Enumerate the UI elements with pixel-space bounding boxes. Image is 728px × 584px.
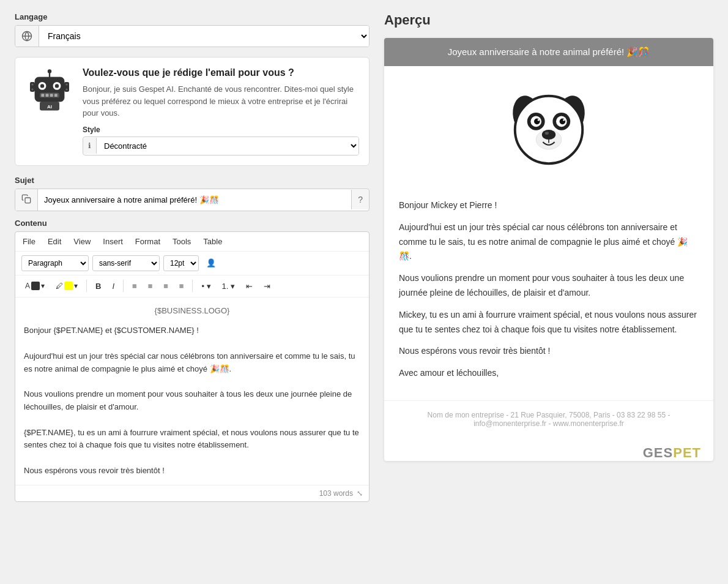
main-container: Langage Français English Español Deutsch <box>0 0 728 584</box>
editor-wrapper: File Edit View Insert Format Tools Table… <box>15 231 370 502</box>
divider-2 <box>123 280 124 292</box>
editor-line-1: Bonjour {$PET.NAME} et {$CUSTOMER.NAME} … <box>24 324 360 337</box>
svg-point-12 <box>48 69 51 73</box>
preview-card: Joyeux anniversaire à notre animal préfé… <box>384 38 713 461</box>
preview-para-5: Avec amour et léchouilles, <box>399 366 699 381</box>
highlight-color-swatch <box>64 282 73 290</box>
sujet-section: Sujet ? <box>15 176 370 211</box>
font-color-btn[interactable]: A ▾ <box>21 279 48 293</box>
size-select[interactable]: 12pt 10pt 14pt 16pt <box>163 255 199 271</box>
svg-point-18 <box>31 88 33 90</box>
divider-1 <box>86 280 87 292</box>
apercu-title: Aperçu <box>384 12 713 28</box>
preview-para-4: Nous espérons vous revoir très bientôt ! <box>399 344 699 359</box>
editor-toolbar-2: A ▾ 🖊 ▾ B I ≡ ≡ ≡ ≡ <box>15 275 369 298</box>
right-panel: Aperçu Joyeux anniversaire à notre anima… <box>384 12 713 572</box>
ai-style-select[interactable]: Décontracté Formel Amical Professionnel <box>97 137 358 155</box>
svg-rect-14 <box>64 82 69 92</box>
ai-content: Voulez-vous que je rédige l'email pour v… <box>83 67 359 155</box>
menu-view[interactable]: View <box>73 237 91 246</box>
copy-icon <box>15 189 38 211</box>
editor-content[interactable]: {$BUSINESS.LOGO} Bonjour {$PET.NAME} et … <box>15 298 369 485</box>
svg-point-32 <box>538 119 540 121</box>
svg-text:AI: AI <box>47 104 52 110</box>
sujet-input[interactable] <box>38 190 351 209</box>
bullet-list-btn[interactable]: • ▾ <box>198 279 214 293</box>
preview-dog-container <box>384 66 713 189</box>
word-count: 103 words <box>319 489 353 498</box>
font-color-chevron: ▾ <box>41 282 45 290</box>
menu-format[interactable]: Format <box>135 237 160 246</box>
svg-rect-9 <box>50 94 53 97</box>
contenu-label: Contenu <box>15 219 370 228</box>
language-icon <box>15 26 39 47</box>
align-right-btn[interactable]: ≡ <box>160 279 172 293</box>
preview-para-1: Aujourd'hui est un jour très spécial car… <box>399 220 699 264</box>
indent-btn[interactable]: ⇥ <box>260 279 274 293</box>
paragraph-select[interactable]: Paragraph Heading 1 Heading 2 <box>21 255 89 271</box>
ai-style-select-wrapper: ℹ Décontracté Formel Amical Professionne… <box>83 137 359 155</box>
ai-box: AI Voulez-vous que je rédige l'email pou… <box>15 57 370 166</box>
font-color-swatch <box>31 282 40 290</box>
help-button[interactable]: ? <box>351 190 369 209</box>
menu-edit[interactable]: Edit <box>48 237 61 246</box>
ai-title: Voulez-vous que je rédige l'email pour v… <box>83 67 359 78</box>
svg-point-36 <box>545 132 549 135</box>
preview-para-3: Mickey, tu es un ami à fourrure vraiment… <box>399 308 699 337</box>
font-select[interactable]: sans-serif serif monospace <box>92 255 160 271</box>
language-select-wrapper: Français English Español Deutsch <box>15 25 370 47</box>
info-icon: ℹ <box>83 138 97 154</box>
svg-point-4 <box>40 84 44 88</box>
svg-rect-7 <box>41 94 44 97</box>
editor-footer: 103 words ⤡ <box>15 485 369 501</box>
highlight-color-btn[interactable]: 🖊 ▾ <box>52 279 81 293</box>
editor-line-3: Nous voulions prendre un moment pour vou… <box>24 388 360 414</box>
logo-placeholder: {$BUSINESS.LOGO} <box>24 305 360 318</box>
language-label: Langage <box>15 12 370 21</box>
menu-file[interactable]: File <box>23 237 35 246</box>
menu-insert[interactable]: Insert <box>103 237 123 246</box>
editor-menubar: File Edit View Insert Format Tools Table <box>15 232 369 252</box>
preview-salutation: Bonjour Mickey et Pierre ! <box>399 198 699 213</box>
gespet-ges: GES <box>643 445 673 460</box>
left-panel: Langage Français English Español Deutsch <box>15 12 370 572</box>
preview-para-2: Nous voulions prendre un moment pour vou… <box>399 271 699 301</box>
gespet-logo: GESPET <box>384 438 713 461</box>
preview-body: Bonjour Mickey et Pierre ! Aujourd'hui e… <box>384 189 713 400</box>
editor-line-4: {$PET.NAME}, tu es un ami à fourrure vra… <box>24 427 360 452</box>
editor-line-2: Aujourd'hui est un jour très spécial car… <box>24 350 360 376</box>
divider-3 <box>192 280 193 292</box>
svg-rect-10 <box>54 94 58 97</box>
align-center-btn[interactable]: ≡ <box>144 279 157 293</box>
menu-table[interactable]: Table <box>203 237 222 246</box>
menu-tools[interactable]: Tools <box>173 237 191 246</box>
gespet-pet: PET <box>673 445 701 460</box>
highlight-icon: 🖊 <box>56 282 63 290</box>
user-icon-btn[interactable]: 👤 <box>202 256 220 270</box>
ai-description: Bonjour, je suis Gespet AI. Enchanté de … <box>83 83 359 119</box>
sujet-input-wrapper: ? <box>15 189 370 211</box>
svg-point-20 <box>65 88 67 90</box>
italic-btn[interactable]: I <box>108 279 118 293</box>
svg-rect-8 <box>46 94 49 97</box>
language-select[interactable]: Français English Español Deutsch <box>39 26 369 47</box>
align-left-btn[interactable]: ≡ <box>128 279 141 293</box>
sujet-label: Sujet <box>15 176 370 185</box>
svg-point-19 <box>65 83 67 85</box>
editor-line-5: Nous espérons vous revoir très bientôt ! <box>24 465 360 477</box>
outdent-btn[interactable]: ⇤ <box>242 279 256 293</box>
font-color-label: A <box>25 282 30 290</box>
ai-style-label: Style <box>83 125 359 134</box>
svg-point-35 <box>542 130 555 140</box>
highlight-chevron: ▾ <box>74 282 78 290</box>
preview-header: Joyeux anniversaire à notre animal préfé… <box>384 38 713 66</box>
bold-btn[interactable]: B <box>92 279 105 293</box>
svg-point-33 <box>563 119 565 121</box>
ordered-list-btn[interactable]: 1. ▾ <box>218 279 239 293</box>
contenu-section: Contenu File Edit View Insert Format Too… <box>15 219 370 502</box>
resize-handle[interactable]: ⤡ <box>357 489 363 498</box>
align-justify-btn[interactable]: ≡ <box>176 279 188 293</box>
svg-rect-21 <box>25 198 31 203</box>
svg-rect-13 <box>30 82 35 92</box>
editor-toolbar-1: Paragraph Heading 1 Heading 2 sans-serif… <box>15 252 369 275</box>
